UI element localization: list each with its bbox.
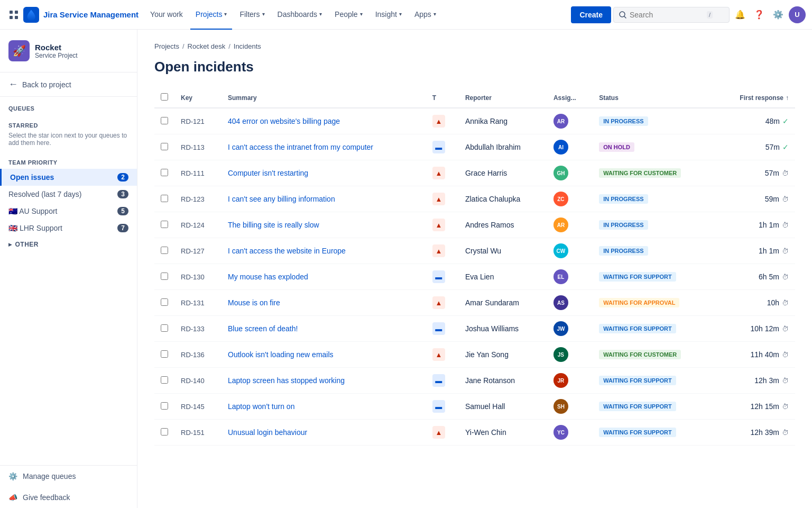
row-status: IN PROGRESS <box>593 186 715 212</box>
row-checkbox-cell[interactable] <box>154 186 174 212</box>
th-first-response[interactable]: First response ↑ <box>715 88 795 108</box>
breadcrumb-projects[interactable]: Projects <box>154 42 179 50</box>
row-checkbox-cell[interactable] <box>154 420 174 446</box>
row-type: ▬ <box>426 368 459 394</box>
sidebar: 🚀 Rocket Service Project ← Back to proje… <box>0 30 137 508</box>
nav-insight[interactable]: Insight ▾ <box>370 0 407 30</box>
team-priority-header: TEAM PRIORITY <box>0 153 137 169</box>
manage-queues-button[interactable]: ⚙️ Manage queues <box>0 466 137 487</box>
row-summary[interactable]: The billing site is really slow <box>222 212 426 238</box>
sidebar-item-lhr-support[interactable]: 🇬🇧 LHR Support 7 <box>0 220 137 237</box>
row-checkbox[interactable] <box>161 273 168 280</box>
th-type[interactable]: T <box>426 88 459 108</box>
user-avatar[interactable]: U <box>789 6 806 23</box>
row-checkbox[interactable] <box>161 221 168 228</box>
row-checkbox[interactable] <box>161 324 168 332</box>
row-summary[interactable]: Unusual login behaviour <box>222 420 426 446</box>
project-name: Rocket <box>35 43 78 52</box>
first-response-value: 12h 3m <box>754 376 779 385</box>
row-summary[interactable]: Mouse is on fire <box>222 290 426 316</box>
row-summary[interactable]: Outlook isn't loading new emails <box>222 342 426 368</box>
row-key: RD-124 <box>174 212 222 238</box>
row-checkbox-cell[interactable] <box>154 212 174 238</box>
nav-your-work[interactable]: Your work <box>145 0 188 30</box>
sidebar-item-resolved[interactable]: Resolved (last 7 days) 3 <box>0 186 137 203</box>
row-key: RD-121 <box>174 108 222 134</box>
notifications-button[interactable]: 🔔 <box>732 6 749 23</box>
main-content: Projects / Rocket desk / Incidents Open … <box>137 30 812 508</box>
table-row: RD-140 Laptop screen has stopped working… <box>154 368 795 394</box>
row-type: ▲ <box>426 290 459 316</box>
row-summary[interactable]: Computer isn't restarting <box>222 160 426 186</box>
row-checkbox[interactable] <box>161 247 168 254</box>
row-first-response: 1h 1m ⏱ <box>715 238 795 264</box>
back-to-project[interactable]: ← Back to project <box>0 72 137 97</box>
row-checkbox[interactable] <box>161 402 168 410</box>
row-summary[interactable]: My mouse has exploded <box>222 264 426 290</box>
create-button[interactable]: Create <box>571 6 611 23</box>
type-icon: ▬ <box>432 270 445 283</box>
row-checkbox[interactable] <box>161 143 168 150</box>
row-checkbox[interactable] <box>161 376 168 384</box>
nav-filters[interactable]: Filters ▾ <box>234 0 270 30</box>
search-box[interactable]: / <box>613 7 730 23</box>
row-checkbox-cell[interactable] <box>154 160 174 186</box>
assignee-avatar: EL <box>553 269 568 284</box>
row-checkbox[interactable] <box>161 169 168 176</box>
help-button[interactable]: ❓ <box>751 6 768 23</box>
give-feedback-button[interactable]: 📣 Give feedback <box>0 487 137 508</box>
incidents-table-wrap: Key Summary T Reporter Assig... Status F… <box>154 88 795 446</box>
row-summary[interactable]: I can't see any billing information <box>222 186 426 212</box>
sidebar-item-au-support[interactable]: 🇦🇺 AU Support 5 <box>0 203 137 220</box>
row-checkbox-cell[interactable] <box>154 238 174 264</box>
row-summary[interactable]: I can't access the intranet from my comp… <box>222 134 426 160</box>
row-checkbox-cell[interactable] <box>154 108 174 134</box>
clock-icon: ⏱ <box>782 221 789 229</box>
row-summary[interactable]: Blue screen of death! <box>222 316 426 342</box>
row-reporter: Zlatica Chalupka <box>459 186 547 212</box>
th-assignee[interactable]: Assig... <box>547 88 593 108</box>
row-first-response: 1h 1m ⏱ <box>715 212 795 238</box>
row-summary[interactable]: 404 error on website's billing page <box>222 108 426 134</box>
th-checkbox[interactable] <box>154 88 174 108</box>
logo[interactable]: Jira Service Management <box>23 7 139 23</box>
search-input[interactable] <box>630 11 704 19</box>
row-checkbox[interactable] <box>161 117 168 124</box>
row-status: WAITING FOR APPROVAL <box>593 290 715 316</box>
row-checkbox-cell[interactable] <box>154 368 174 394</box>
row-key: RD-151 <box>174 420 222 446</box>
row-checkbox-cell[interactable] <box>154 394 174 420</box>
row-status: IN PROGRESS <box>593 212 715 238</box>
au-support-badge: 5 <box>117 207 128 215</box>
nav-projects[interactable]: Projects ▾ <box>190 0 233 30</box>
nav-dashboards[interactable]: Dashboards ▾ <box>272 0 328 30</box>
row-summary[interactable]: Laptop won't turn on <box>222 394 426 420</box>
row-checkbox-cell[interactable] <box>154 342 174 368</box>
row-key: RD-123 <box>174 186 222 212</box>
select-all-checkbox[interactable] <box>161 93 168 101</box>
row-checkbox[interactable] <box>161 195 168 202</box>
row-checkbox-cell[interactable] <box>154 316 174 342</box>
row-checkbox-cell[interactable] <box>154 264 174 290</box>
sidebar-other-toggle[interactable]: ▸ OTHER <box>0 237 137 252</box>
th-key[interactable]: Key <box>174 88 222 108</box>
row-summary[interactable]: Laptop screen has stopped working <box>222 368 426 394</box>
th-summary[interactable]: Summary <box>222 88 426 108</box>
row-checkbox-cell[interactable] <box>154 134 174 160</box>
row-checkbox[interactable] <box>161 428 168 436</box>
th-reporter[interactable]: Reporter <box>459 88 547 108</box>
open-issues-label: Open issues <box>10 173 54 182</box>
row-checkbox-cell[interactable] <box>154 290 174 316</box>
th-status[interactable]: Status <box>593 88 715 108</box>
row-summary[interactable]: I can't access the website in Europe <box>222 238 426 264</box>
settings-button[interactable]: ⚙️ <box>770 6 787 23</box>
row-checkbox[interactable] <box>161 298 168 306</box>
row-key: RD-127 <box>174 238 222 264</box>
svg-line-6 <box>624 16 626 18</box>
nav-people[interactable]: People ▾ <box>329 0 368 30</box>
breadcrumb-rocket-desk[interactable]: Rocket desk <box>188 42 226 50</box>
nav-apps[interactable]: Apps ▾ <box>409 0 441 30</box>
apps-grid-icon[interactable] <box>6 7 21 22</box>
row-checkbox[interactable] <box>161 350 168 358</box>
sidebar-item-open-issues[interactable]: Open issues 2 <box>0 169 137 186</box>
